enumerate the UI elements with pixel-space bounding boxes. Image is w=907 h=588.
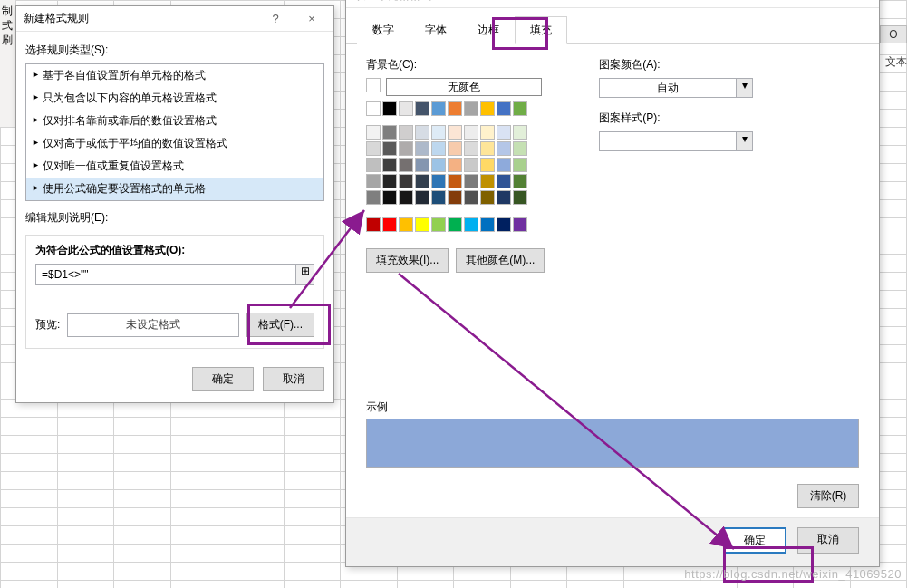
color-swatch[interactable] — [382, 190, 397, 205]
color-swatch[interactable] — [513, 174, 527, 188]
no-color-button[interactable]: 无颜色 — [386, 78, 542, 96]
color-swatch[interactable] — [497, 217, 511, 232]
color-swatch[interactable] — [415, 174, 429, 188]
more-colors-button[interactable]: 其他颜色(M)... — [456, 248, 545, 273]
range-picker-icon[interactable]: ⊞ — [296, 264, 314, 285]
color-swatch[interactable] — [366, 190, 381, 205]
rule-type-item[interactable]: 仅对唯一值或重复值设置格式 — [26, 155, 323, 178]
close-button[interactable]: × — [294, 12, 330, 25]
color-swatch[interactable] — [480, 141, 495, 156]
color-swatch[interactable] — [415, 190, 429, 205]
color-swatch[interactable] — [366, 141, 381, 156]
color-swatch[interactable] — [464, 190, 478, 205]
tab-number[interactable]: 数字 — [357, 16, 410, 44]
color-swatch[interactable] — [448, 158, 462, 172]
fill-effects-button[interactable]: 填充效果(I)... — [366, 248, 449, 273]
color-swatch[interactable] — [399, 101, 413, 116]
formula-input[interactable] — [35, 264, 296, 285]
color-swatch[interactable] — [382, 174, 397, 188]
tab-font[interactable]: 字体 — [410, 16, 462, 44]
color-swatch[interactable] — [497, 101, 511, 116]
color-swatch[interactable] — [448, 101, 462, 116]
color-swatch[interactable] — [415, 141, 429, 156]
dialog2-titlebar[interactable]: 设置单元格格式 × — [346, 0, 879, 8]
dialog1-titlebar[interactable]: 新建格式规则 ? × — [16, 6, 333, 32]
color-swatch[interactable] — [431, 217, 446, 232]
color-swatch[interactable] — [415, 101, 429, 116]
color-swatch[interactable] — [513, 141, 527, 156]
color-swatch[interactable] — [448, 141, 462, 156]
color-swatch[interactable] — [480, 125, 495, 140]
cancel-button[interactable]: 取消 — [263, 367, 324, 391]
color-swatch[interactable] — [464, 158, 478, 172]
color-swatch[interactable] — [448, 125, 462, 140]
color-swatch-none[interactable] — [366, 78, 381, 92]
color-swatch[interactable] — [399, 141, 413, 156]
color-swatch[interactable] — [513, 190, 527, 205]
color-swatch[interactable] — [480, 217, 495, 232]
tab-border[interactable]: 边框 — [462, 16, 515, 44]
color-swatch[interactable] — [513, 125, 527, 140]
clear-button[interactable]: 清除(R) — [797, 484, 859, 508]
color-swatch[interactable] — [513, 158, 527, 172]
rule-type-item[interactable]: 仅对高于或低于平均值的数值设置格式 — [26, 132, 323, 155]
color-swatch[interactable] — [480, 101, 495, 116]
color-swatch[interactable] — [497, 158, 511, 172]
color-swatch[interactable] — [382, 158, 397, 172]
color-swatch[interactable] — [382, 141, 397, 156]
color-swatch[interactable] — [399, 217, 413, 232]
color-swatch[interactable] — [399, 125, 413, 140]
color-swatch[interactable] — [497, 141, 511, 156]
color-swatch[interactable] — [415, 125, 429, 140]
color-swatch[interactable] — [366, 101, 381, 116]
color-swatch[interactable] — [513, 101, 527, 116]
rule-type-item-selected[interactable]: 使用公式确定要设置格式的单元格 — [26, 178, 323, 200]
chevron-down-icon[interactable]: ▾ — [736, 79, 752, 97]
color-swatch[interactable] — [497, 190, 511, 205]
color-swatch[interactable] — [366, 217, 381, 232]
color-swatch[interactable] — [480, 174, 495, 188]
color-swatch[interactable] — [431, 101, 446, 116]
color-swatch[interactable] — [399, 158, 413, 172]
color-swatch[interactable] — [497, 174, 511, 188]
color-swatch[interactable] — [448, 174, 462, 188]
rule-type-item[interactable]: 基于各自值设置所有单元格的格式 — [26, 64, 323, 87]
color-swatch[interactable] — [513, 217, 527, 232]
column-header-O[interactable]: O — [880, 25, 907, 43]
color-swatch[interactable] — [448, 217, 462, 232]
color-swatch[interactable] — [431, 174, 446, 188]
color-swatch[interactable] — [464, 174, 478, 188]
color-swatch[interactable] — [431, 141, 446, 156]
color-swatch[interactable] — [366, 125, 381, 140]
ok-button[interactable]: 确定 — [723, 527, 786, 554]
color-swatch[interactable] — [366, 158, 381, 172]
color-swatch[interactable] — [431, 190, 446, 205]
color-swatch[interactable] — [497, 125, 511, 140]
cancel-button[interactable]: 取消 — [797, 527, 859, 554]
color-swatch[interactable] — [431, 158, 446, 172]
rule-type-item[interactable]: 只为包含以下内容的单元格设置格式 — [26, 87, 323, 110]
color-swatch[interactable] — [415, 217, 429, 232]
close-button[interactable]: × — [839, 0, 875, 3]
color-swatch[interactable] — [448, 190, 462, 205]
color-swatch[interactable] — [382, 217, 397, 232]
color-swatch[interactable] — [382, 101, 397, 116]
color-swatch[interactable] — [464, 141, 478, 156]
ok-button[interactable]: 确定 — [192, 367, 254, 391]
color-swatch[interactable] — [431, 125, 446, 140]
color-swatch[interactable] — [399, 190, 413, 205]
color-swatch[interactable] — [382, 125, 397, 140]
color-swatch[interactable] — [415, 158, 429, 172]
pattern-style-select[interactable]: ▾ — [599, 131, 753, 151]
format-button[interactable]: 格式(F)... — [246, 313, 314, 337]
rule-type-list[interactable]: 基于各自值设置所有单元格的格式 只为包含以下内容的单元格设置格式 仅对排名靠前或… — [25, 63, 324, 201]
color-swatch[interactable] — [464, 217, 478, 232]
color-swatch[interactable] — [464, 101, 478, 116]
tab-fill[interactable]: 填充 — [515, 16, 567, 44]
color-swatch[interactable] — [399, 174, 413, 188]
color-swatch[interactable] — [464, 125, 478, 140]
help-button[interactable]: ? — [257, 12, 294, 25]
rule-type-item[interactable]: 仅对排名靠前或靠后的数值设置格式 — [26, 110, 323, 132]
color-swatch[interactable] — [480, 190, 495, 205]
chevron-down-icon[interactable]: ▾ — [736, 132, 752, 150]
